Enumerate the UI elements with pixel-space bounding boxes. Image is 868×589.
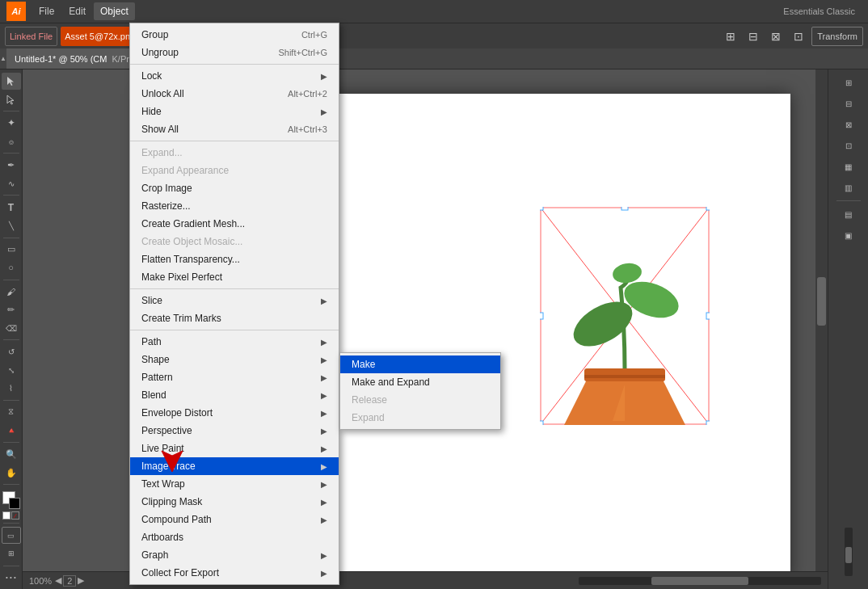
menu-image-trace[interactable]: Image Trace ▶ (130, 457, 339, 475)
tool-eraser[interactable]: ⌫ (2, 320, 21, 337)
left-toolbar: ✦ ⌾ ✒ ∿ T ╲ ▭ ○ 🖌 ✏ ⌫ ↺ ⤡ ⌇ ⧖ 🔺 🔍 ✋ (0, 69, 23, 589)
menu-expand-appearance[interactable]: Expand Appearance (130, 162, 339, 179)
menu-envelope-distort[interactable]: Envelope Distort ▶ (130, 404, 339, 422)
tool-lasso[interactable]: ⌾ (2, 133, 21, 150)
panel-btn-2[interactable]: ⊟ (839, 94, 858, 113)
menu-hide[interactable]: Hide ▶ (130, 103, 339, 120)
menu-make-pixel-perfect[interactable]: Make Pixel Perfect (130, 268, 339, 286)
panel-btn-1[interactable]: ⊞ (839, 73, 858, 92)
menu-pattern[interactable]: Pattern ▶ (130, 368, 339, 386)
tool-paintbrush[interactable]: 🖌 (2, 284, 21, 301)
tool-zoom[interactable]: 🔍 (2, 446, 21, 463)
menu-expand[interactable]: Expand... (130, 144, 339, 162)
divider-3 (130, 288, 339, 289)
menu-shape[interactable]: Shape ▶ (130, 351, 339, 368)
artboard-num[interactable]: 2 (63, 575, 76, 587)
divider-4 (130, 330, 339, 330)
align-btn-1[interactable]: ⊞ (721, 27, 740, 46)
divider-2 (130, 141, 339, 141)
svg-rect-8 (540, 313, 543, 319)
menu-artboards[interactable]: Artboards (130, 528, 339, 546)
tool-pencil[interactable]: ✏ (2, 301, 21, 318)
menu-trim-marks[interactable]: Create Trim Marks (130, 309, 339, 327)
plant-illustration (540, 207, 710, 425)
menu-live-paint[interactable]: Live Paint ▶ (130, 440, 339, 457)
app-logo: Ai (6, 2, 26, 21)
artboard-next[interactable]: ▶ (78, 575, 84, 586)
svg-marker-1 (7, 95, 14, 104)
menu-perspective[interactable]: Perspective ▶ (130, 422, 339, 440)
tool-magic-wand[interactable]: ✦ (2, 115, 21, 132)
scrollbar-h-thumb[interactable] (651, 577, 748, 585)
tool-ellipse[interactable]: ○ (2, 259, 21, 276)
menu-text-wrap[interactable]: Text Wrap ▶ (130, 475, 339, 493)
tab-scroll-left[interactable]: ▲ (0, 48, 6, 69)
panel-btn-6[interactable]: ▥ (839, 178, 858, 197)
submenu-make[interactable]: Make (340, 356, 500, 373)
stroke-color[interactable] (9, 498, 20, 509)
submenu-release[interactable]: Release (340, 391, 500, 409)
tool-hand[interactable]: ✋ (2, 465, 21, 482)
menu-clipping-mask[interactable]: Clipping Mask ▶ (130, 493, 339, 511)
fill-indicator[interactable] (2, 511, 11, 520)
tool-blend[interactable]: ⧖ (2, 404, 21, 421)
align-btn-4[interactable]: ⊡ (789, 27, 808, 46)
menu-rasterize[interactable]: Rasterize... (130, 197, 339, 215)
tool-eyedropper[interactable]: 🔺 (2, 423, 21, 440)
tool-type[interactable]: T (2, 199, 21, 216)
tool-warp[interactable]: ⌇ (2, 381, 21, 398)
menu-collect-export[interactable]: Collect For Export ▶ (130, 564, 339, 582)
tool-line[interactable]: ╲ (2, 217, 21, 234)
asset-btn[interactable]: Asset 5@72x.png (61, 27, 139, 46)
menu-path[interactable]: Path ▶ (130, 333, 339, 351)
panel-btn-5[interactable]: ▦ (839, 157, 858, 176)
menu-slice[interactable]: Slice ▶ (130, 292, 339, 309)
align-btn-2[interactable]: ⊟ (744, 27, 763, 46)
tool-direct-select[interactable] (2, 91, 21, 108)
menu-group[interactable]: Group Ctrl+G (130, 26, 339, 44)
svg-rect-9 (706, 313, 710, 319)
tool-draw-mode[interactable]: ▭ (2, 527, 21, 544)
right-scrollbar[interactable] (845, 528, 853, 576)
scrollbar-thumb[interactable] (817, 277, 826, 326)
artboard-prev[interactable]: ◀ (55, 575, 61, 586)
scrollbar-vertical[interactable] (815, 69, 828, 589)
workspace-label: Essentials Classic (777, 2, 862, 20)
menu-edit[interactable]: Edit (62, 2, 92, 20)
menu-file[interactable]: File (32, 2, 61, 20)
tool-rect[interactable]: ▭ (2, 241, 21, 258)
tool-scale[interactable]: ⤡ (2, 362, 21, 379)
menu-bar: Ai File Edit Object Essentials Classic (0, 0, 868, 23)
tool-select[interactable] (2, 73, 21, 90)
menu-object-mosaic[interactable]: Create Object Mosaic... (130, 233, 339, 250)
menu-unlock-all[interactable]: Unlock All Alt+Ctrl+2 (130, 85, 339, 103)
menu-graph[interactable]: Graph ▶ (130, 546, 339, 564)
zoom-level[interactable]: 100% (29, 576, 52, 586)
none-indicator[interactable]: ⁄ (11, 511, 19, 520)
tool-pen[interactable]: ✒ (2, 157, 21, 174)
submenu-make-expand[interactable]: Make and Expand (340, 373, 500, 391)
menu-object[interactable]: Object (94, 2, 135, 20)
menu-gradient-mesh[interactable]: Create Gradient Mesh... (130, 215, 339, 233)
tool-rotate[interactable]: ↺ (2, 343, 21, 360)
panel-btn-7[interactable]: ▤ (839, 204, 858, 224)
menu-compound-path[interactable]: Compound Path ▶ (130, 511, 339, 528)
panel-btn-4[interactable]: ⊡ (839, 136, 858, 155)
panel-btn-8[interactable]: ▣ (839, 225, 858, 245)
menu-flatten-transparency[interactable]: Flatten Transparency... (130, 250, 339, 268)
transform-btn[interactable]: Transform (811, 27, 863, 46)
tool-curvature[interactable]: ∿ (2, 175, 21, 192)
object-menu: Group Ctrl+G Ungroup Shift+Ctrl+G Lock ▶… (129, 23, 339, 585)
menu-lock[interactable]: Lock ▶ (130, 67, 339, 85)
linked-file-btn[interactable]: Linked File (5, 27, 57, 46)
align-btn-3[interactable]: ⊠ (766, 27, 786, 46)
tool-more[interactable]: • • • (2, 569, 21, 586)
panel-btn-3[interactable]: ⊠ (839, 115, 858, 134)
menu-blend[interactable]: Blend ▶ (130, 386, 339, 404)
menu-show-all[interactable]: Show All Alt+Ctrl+3 (130, 120, 339, 138)
menu-ungroup[interactable]: Ungroup Shift+Ctrl+G (130, 44, 339, 61)
submenu-expand[interactable]: Expand (340, 409, 500, 427)
color-box-area[interactable]: ⁄ (2, 491, 20, 520)
tool-screen-mode[interactable]: ⊞ (2, 545, 21, 562)
menu-crop-image[interactable]: Crop Image (130, 179, 339, 197)
